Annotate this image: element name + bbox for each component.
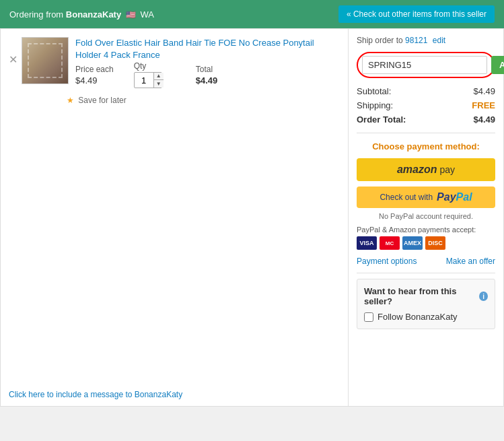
card-icons-row: PayPal & Amazon payments accept: VISA MC… bbox=[357, 226, 495, 250]
order-total-label: Order Total: bbox=[357, 114, 406, 125]
payment-title: Choose payment method: bbox=[357, 141, 495, 151]
visa-icon: VISA bbox=[357, 236, 377, 250]
follow-title-text: Want to hear from this seller? bbox=[364, 286, 476, 306]
right-panel: Ship order to 98121 edit Apply Subtotal:… bbox=[349, 29, 503, 406]
flag-icon: 🇺🇸 bbox=[126, 10, 136, 20]
subtotal-label: Subtotal: bbox=[357, 86, 391, 96]
total-column: Total $4.49 bbox=[196, 65, 218, 86]
item-image-placeholder bbox=[22, 38, 68, 83]
paypal-logo: PayPal bbox=[437, 191, 472, 203]
item-details: Fold Over Elastic Hair Band Hair Tie FOE… bbox=[75, 37, 340, 88]
qty-column: Qty ▲ ▼ bbox=[134, 61, 162, 88]
message-box: Click here to include a message to Bonan… bbox=[9, 389, 340, 399]
message-link[interactable]: Click here to include a message to Bonan… bbox=[9, 390, 182, 399]
check-other-label: « Check out other items from this seller bbox=[347, 9, 487, 19]
left-panel: ✕ Fold Over Elastic Hair Band Hair Tie F… bbox=[1, 29, 349, 406]
check-other-button[interactable]: « Check out other items from this seller bbox=[338, 5, 495, 23]
seller-name: BonanzaKaty bbox=[66, 9, 121, 20]
paypal-amazon-accept-label: PayPal & Amazon payments accept: bbox=[357, 226, 476, 234]
edit-link[interactable]: edit bbox=[433, 36, 445, 45]
payment-links-row: Payment options Make an offer bbox=[357, 257, 495, 266]
paypal-button[interactable]: Check out with PayPal bbox=[357, 186, 495, 208]
qty-label: Qty bbox=[134, 61, 162, 71]
amex-icon: AMEX bbox=[402, 236, 423, 250]
qty-up-arrow[interactable]: ▲ bbox=[154, 73, 164, 80]
shipping-label: Shipping: bbox=[357, 100, 393, 110]
save-later-section: ★ Save for later bbox=[67, 95, 340, 105]
follow-title: Want to hear from this seller? i bbox=[364, 286, 488, 306]
subtotal-row: Subtotal: $4.49 bbox=[357, 86, 495, 96]
follow-label[interactable]: Follow BonanzaKaty bbox=[377, 312, 458, 322]
coupon-row: Apply bbox=[357, 52, 495, 78]
ship-label: Ship order to bbox=[357, 36, 403, 45]
no-paypal-text: No PayPal account required. bbox=[357, 212, 495, 220]
follow-checkbox[interactable] bbox=[364, 312, 373, 322]
shipping-row: Shipping: FREE bbox=[357, 100, 495, 110]
qty-wrapper: ▲ ▼ bbox=[134, 72, 162, 88]
payment-options-link[interactable]: Payment options bbox=[357, 257, 417, 266]
remove-button[interactable]: ✕ bbox=[9, 53, 17, 66]
zip-link[interactable]: 98121 bbox=[405, 36, 427, 45]
divider-2 bbox=[357, 273, 495, 273]
apply-button[interactable]: Apply bbox=[491, 56, 504, 74]
paypal-checkout-text: Check out with bbox=[380, 193, 433, 202]
star-icon: ★ bbox=[67, 96, 74, 105]
save-for-later-link[interactable]: ★ Save for later bbox=[67, 96, 127, 105]
total-value: $4.49 bbox=[196, 75, 218, 86]
qty-input[interactable] bbox=[135, 74, 153, 87]
qty-down-arrow[interactable]: ▼ bbox=[154, 80, 164, 88]
mastercard-icon: MC bbox=[380, 236, 400, 250]
make-offer-link[interactable]: Make an offer bbox=[446, 257, 495, 266]
price-value: $4.49 bbox=[75, 75, 114, 86]
main-content: ✕ Fold Over Elastic Hair Band Hair Tie F… bbox=[0, 28, 504, 407]
item-image bbox=[22, 37, 69, 84]
item-price-row: Price each $4.49 Qty ▲ ▼ bbox=[75, 61, 340, 88]
price-column: Price each $4.49 bbox=[75, 65, 114, 86]
price-label: Price each bbox=[75, 65, 114, 74]
qty-arrows: ▲ ▼ bbox=[153, 73, 164, 88]
page-wrapper: Ordering from BonanzaKaty 🇺🇸 WA « Check … bbox=[0, 0, 504, 407]
seller-state: WA bbox=[140, 9, 153, 20]
ship-row: Ship order to 98121 edit bbox=[357, 36, 495, 45]
coupon-section: Apply bbox=[357, 52, 495, 78]
item-title-link[interactable]: Fold Over Elastic Hair Band Hair Tie FOE… bbox=[75, 38, 314, 60]
follow-row: Follow BonanzaKaty bbox=[364, 312, 488, 322]
info-icon[interactable]: i bbox=[479, 292, 488, 301]
amazon-text: amazon bbox=[397, 164, 437, 176]
subtotal-value: $4.49 bbox=[473, 86, 495, 96]
order-total-value: $4.49 bbox=[473, 114, 495, 125]
follow-section: Want to hear from this seller? i Follow … bbox=[357, 279, 495, 329]
discover-icon: DISC bbox=[425, 236, 445, 250]
amazon-pay-button[interactable]: amazon pay bbox=[357, 158, 495, 181]
amazon-pay-label: pay bbox=[440, 164, 456, 175]
header: Ordering from BonanzaKaty 🇺🇸 WA « Check … bbox=[0, 0, 504, 28]
divider-1 bbox=[357, 133, 495, 133]
header-left: Ordering from BonanzaKaty 🇺🇸 WA bbox=[9, 9, 154, 20]
cart-item: ✕ Fold Over Elastic Hair Band Hair Tie F… bbox=[9, 37, 340, 88]
ordering-from-label: Ordering from bbox=[9, 9, 63, 20]
order-total-row: Order Total: $4.49 bbox=[357, 114, 495, 125]
shipping-value: FREE bbox=[472, 100, 495, 110]
coupon-input[interactable] bbox=[362, 56, 487, 74]
total-label: Total bbox=[196, 65, 218, 74]
save-for-later-label: Save for later bbox=[78, 96, 126, 105]
